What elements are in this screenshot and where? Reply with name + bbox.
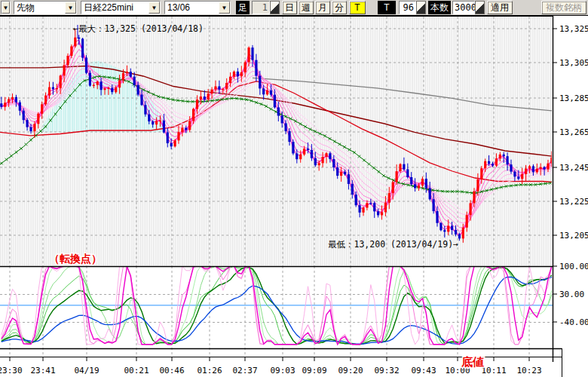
minute-interval-button[interactable]: 分 [332,1,347,14]
chart-window: ←最大：13,325 (2013/04/18)最低：13,200 (2013/0… [0,0,588,377]
spinner-icon[interactable] [270,1,280,14]
day-interval-button[interactable]: 日 [282,1,297,14]
time-tick-label: 09:03 [270,366,295,375]
price-tick-label: 13,305 [559,58,588,68]
chevron-down-icon[interactable]: ▼ [149,2,160,14]
tick-count-input[interactable]: 96 [399,1,416,14]
contract-select-value: 13/06 [165,2,219,14]
price-tick-label: 13,325 [559,24,588,34]
tick-interval-button[interactable]: T [349,1,366,14]
time-tick-label: 10:23 [516,366,541,375]
chart-canvas[interactable]: ←最大：13,325 (2013/04/18)最低：13,200 (2013/0… [0,0,588,377]
ma-gray-line [253,78,563,112]
chevron-down-icon[interactable]: ▼ [2,2,10,14]
time-tick-label: 23:41 [30,366,55,375]
time-tick-label: 09:32 [374,366,399,375]
apply-button[interactable]: 適用 [487,1,513,14]
time-tick-label: 23:30 [0,366,23,375]
time-tick-label: 00:21 [124,366,149,375]
price-axis-labels: 13,32513,30513,28513,26513,24513,22513,2… [553,24,588,327]
bar-count-input[interactable]: 3000 [452,1,475,14]
time-tick-label: 09:43 [411,366,436,375]
kumo-cloud [41,61,170,133]
time-tick-label: 09:20 [338,366,363,375]
time-tick-label: 01:26 [197,366,222,375]
week-interval-button[interactable]: 週 [299,1,314,14]
price-tick-label: 13,265 [559,127,588,137]
oscillator-tick-label: 30.00 [559,290,584,299]
multi-symbol-button[interactable]: 複数銘柄 [541,1,586,14]
ashi-label: 足 [236,1,250,14]
sokone-label: 底値 [461,355,484,369]
time-tick-label: 04/19 [74,366,99,375]
time-axis-labels: 23:3023:4104/1900:2100:4601:2602:3709:03… [0,355,542,375]
tick-count-label: T [378,1,396,14]
price-tick-label: 13,285 [559,93,588,103]
time-tick-label: 02:37 [232,366,257,375]
time-tick-label: 09:09 [302,366,326,375]
mini-dropdown[interactable]: ▼ [1,1,11,14]
spinner-icon[interactable] [475,1,485,14]
spinner-icon[interactable] [416,1,426,14]
price-tick-label: 13,225 [559,197,588,207]
min-annotation: 最低：13,200 (2013/04/19)→ [328,239,458,250]
max-annotation: ←最大：13,325 (2013/04/18) [73,23,204,34]
interval-input[interactable]: 1 [252,1,270,14]
tenkanten-label: （転換点） [49,253,102,265]
toolbar: ▼ 先物 ▼ 日経225mini ▼ 13/06 ▼ 足 1 日 週 月 分 T… [0,0,588,16]
symbol-select[interactable]: 日経225mini ▼ [81,1,161,14]
chevron-down-icon[interactable]: ▼ [219,2,230,14]
price-tick-label: 13,245 [559,163,588,173]
market-select-value: 先物 [14,2,65,14]
kumo-cloud [41,61,170,133]
oscillator-tick-label: -40.00 [559,317,588,327]
contract-select[interactable]: 13/06 ▼ [164,1,231,14]
market-select[interactable]: 先物 ▼ [14,1,77,14]
chevron-down-icon[interactable]: ▼ [65,2,76,14]
time-tick-label: 00:46 [159,366,184,375]
oscillator-tick-label: 100.00 [559,262,588,271]
month-interval-button[interactable]: 月 [315,1,330,14]
symbol-select-value: 日経225mini [81,2,149,14]
price-tick-label: 13,205 [559,231,588,241]
bar-count-label: 本数 [428,1,451,14]
time-tick-label: 10:11 [481,366,506,375]
